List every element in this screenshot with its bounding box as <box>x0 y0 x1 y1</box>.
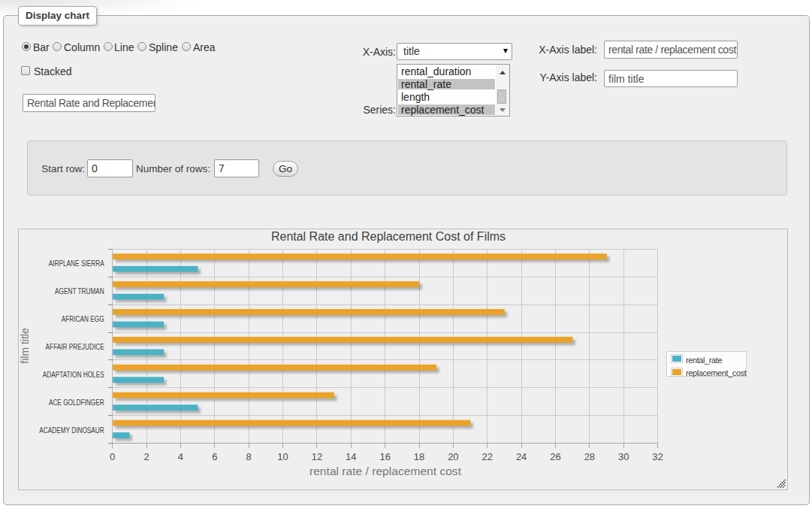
svg-text:22: 22 <box>482 451 493 462</box>
svg-text:24: 24 <box>516 451 527 462</box>
svg-text:32: 32 <box>652 451 663 462</box>
svg-text:2: 2 <box>143 451 149 462</box>
svg-text:16: 16 <box>379 451 390 462</box>
svg-text:26: 26 <box>550 451 560 462</box>
svg-text:18: 18 <box>414 451 424 462</box>
svg-text:ADAPTATION HOLES: ADAPTATION HOLES <box>43 371 104 379</box>
svg-text:ACE GOLDFINGER: ACE GOLDFINGER <box>49 398 104 407</box>
svg-text:ACADEMY DINOSAUR: ACADEMY DINOSAUR <box>39 426 104 435</box>
svg-text:Rental Rate and Replacement Co: Rental Rate and Replacement Cost of Film… <box>271 230 506 243</box>
svg-text:6: 6 <box>212 451 217 462</box>
svg-text:film title: film title <box>19 328 31 364</box>
svg-text:20: 20 <box>448 451 458 462</box>
svg-text:4: 4 <box>178 451 183 462</box>
svg-text:10: 10 <box>277 451 288 462</box>
svg-text:rental rate / replacement cost: rental rate / replacement cost <box>309 465 461 477</box>
svg-text:AIRPLANE SIERRA: AIRPLANE SIERRA <box>49 259 104 268</box>
svg-text:AFFAIR PREJUDICE: AFFAIR PREJUDICE <box>46 343 104 351</box>
svg-text:0: 0 <box>110 451 115 462</box>
svg-text:28: 28 <box>584 451 595 462</box>
svg-text:14: 14 <box>346 451 356 462</box>
svg-text:8: 8 <box>246 451 252 462</box>
svg-text:AGENT TRUMAN: AGENT TRUMAN <box>55 287 104 295</box>
svg-text:AFRICAN EGG: AFRICAN EGG <box>62 315 104 323</box>
svg-text:12: 12 <box>312 451 322 462</box>
svg-text:30: 30 <box>618 451 629 462</box>
